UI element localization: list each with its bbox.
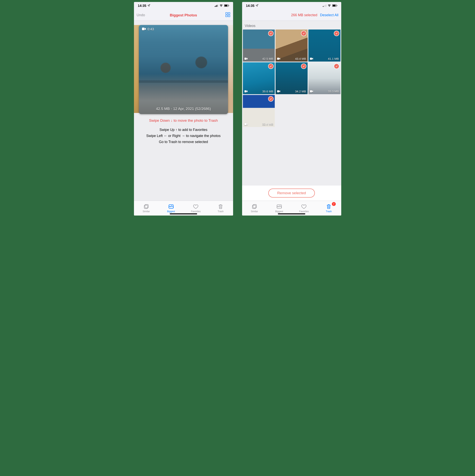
selected-checkmark-icon[interactable]	[301, 64, 307, 69]
wifi-icon	[328, 4, 331, 8]
tab-similar[interactable]: Similar	[242, 201, 267, 216]
svg-rect-9	[226, 15, 227, 17]
tab-trash-label: Trash	[326, 210, 332, 213]
svg-rect-11	[142, 28, 145, 30]
video-size: 43.4 MB	[295, 57, 306, 60]
svg-rect-8	[228, 13, 230, 14]
section-title: Videos	[242, 21, 341, 30]
location-icon	[147, 4, 150, 8]
video-icon	[142, 27, 146, 31]
tab-similar[interactable]: Similar	[134, 201, 159, 216]
svg-rect-10	[228, 15, 230, 17]
undo-button[interactable]: Undo	[137, 13, 145, 17]
svg-rect-0	[215, 6, 215, 7]
svg-rect-18	[326, 4, 326, 7]
hint-swipe-down: Swipe Down ↓ to move the photo to Trash	[137, 119, 230, 123]
status-bar: 14:35	[134, 2, 233, 10]
signal-icon	[215, 4, 218, 8]
right-screen: 14:35 266 MB selected Deselect All Video…	[242, 2, 341, 216]
video-icon	[244, 90, 248, 93]
svg-rect-17	[325, 5, 325, 7]
selected-size-label: 266 MB selected	[291, 13, 317, 17]
hint-goto-trash: Go to Trash to remove selected	[137, 140, 230, 144]
video-grid: 42.5 MB 43.4 MB 41.1 MB 39.6 MB 34.2 MB …	[242, 30, 341, 127]
tab-similar-label: Similar	[143, 210, 150, 213]
svg-rect-2	[217, 5, 217, 7]
nav-bar: Undo Biggest Photos	[134, 10, 233, 21]
tab-biggest-label: Biggest	[167, 210, 175, 213]
video-thumb[interactable]: 39.6 MB	[243, 62, 275, 94]
left-screen: 14:35 Undo Biggest Photos 0:43 42.5 MB -…	[134, 2, 233, 216]
svg-rect-3	[218, 4, 218, 7]
selected-checkmark-icon[interactable]	[268, 96, 274, 102]
tab-trash[interactable]: 7 Trash	[316, 201, 341, 216]
video-icon	[310, 90, 313, 93]
grid-view-button[interactable]	[225, 12, 230, 18]
bottom-button-bar: Remove selected	[242, 185, 341, 201]
remove-selected-button[interactable]: Remove selected	[268, 188, 315, 198]
trash-badge: 7	[332, 202, 336, 206]
svg-rect-7	[226, 13, 227, 14]
home-indicator[interactable]	[278, 213, 305, 214]
selected-checkmark-icon[interactable]	[268, 31, 274, 36]
video-thumb[interactable]: 33.3 MB	[308, 62, 340, 94]
video-thumb[interactable]: 34.2 MB	[275, 62, 308, 94]
svg-rect-21	[337, 5, 337, 6]
tab-favorites-label: Favorites	[191, 210, 201, 213]
wifi-icon	[219, 4, 223, 8]
video-size: 34.2 MB	[295, 90, 306, 93]
tab-biggest-label: Biggest	[275, 210, 283, 213]
tab-trash-label: Trash	[218, 210, 223, 213]
svg-rect-26	[277, 90, 279, 93]
video-icon	[244, 57, 248, 60]
hint-swipe-up: Swipe Up ↑ to add to Favorites	[137, 128, 230, 132]
status-bar: 14:35	[242, 2, 341, 10]
svg-rect-5	[224, 5, 227, 6]
location-icon	[256, 4, 258, 8]
svg-rect-20	[333, 5, 336, 6]
home-indicator[interactable]	[170, 213, 197, 214]
video-thumb[interactable]: 42.5 MB	[243, 30, 275, 62]
tab-trash[interactable]: Trash	[208, 201, 233, 216]
nav-bar: 266 MB selected Deselect All	[242, 10, 341, 21]
signal-icon	[323, 4, 326, 8]
video-size: 39.6 MB	[262, 90, 273, 93]
video-size: 42.5 MB	[262, 57, 273, 60]
video-size: 41.1 MB	[328, 57, 339, 60]
svg-rect-6	[229, 5, 229, 6]
video-thumb[interactable]: 32.4 MB	[243, 95, 275, 127]
video-icon	[310, 57, 313, 60]
page-title: Biggest Photos	[134, 13, 233, 17]
selected-checkmark-icon[interactable]	[301, 31, 307, 36]
video-duration: 0:43	[147, 27, 154, 31]
hint-swipe-lr: Swipe Left ← or Right → to navigate the …	[137, 134, 230, 138]
selected-checkmark-icon[interactable]	[334, 31, 339, 36]
svg-rect-22	[244, 58, 247, 60]
video-size: 32.4 MB	[262, 122, 273, 126]
video-icon	[277, 90, 280, 93]
svg-rect-24	[310, 58, 312, 60]
svg-rect-16	[324, 5, 324, 7]
video-thumb[interactable]: 43.4 MB	[275, 30, 308, 62]
video-icon	[277, 57, 280, 60]
svg-rect-28	[244, 123, 247, 125]
battery-icon	[332, 4, 337, 8]
video-size: 33.3 MB	[328, 90, 339, 93]
svg-rect-23	[277, 58, 279, 60]
battery-icon	[224, 4, 229, 8]
selected-checkmark-icon[interactable]	[268, 64, 274, 69]
svg-rect-27	[310, 90, 312, 93]
tab-similar-label: Similar	[251, 210, 258, 213]
video-icon	[244, 122, 248, 126]
tab-favorites-label: Favorites	[299, 210, 309, 213]
video-thumb[interactable]: 41.1 MB	[308, 30, 340, 62]
svg-rect-1	[216, 5, 216, 7]
svg-rect-25	[244, 90, 247, 92]
status-time: 14:35	[246, 4, 255, 8]
svg-rect-15	[323, 6, 323, 7]
selected-checkmark-icon[interactable]	[334, 64, 339, 69]
deselect-all-button[interactable]: Deselect All	[320, 13, 338, 17]
main-photo[interactable]: 0:43 42.5 MB - 12 Apr, 2021 (52/2686)	[139, 25, 228, 114]
photo-caption: 42.5 MB - 12 Apr, 2021 (52/2686)	[139, 107, 228, 111]
status-time: 14:35	[138, 4, 146, 8]
